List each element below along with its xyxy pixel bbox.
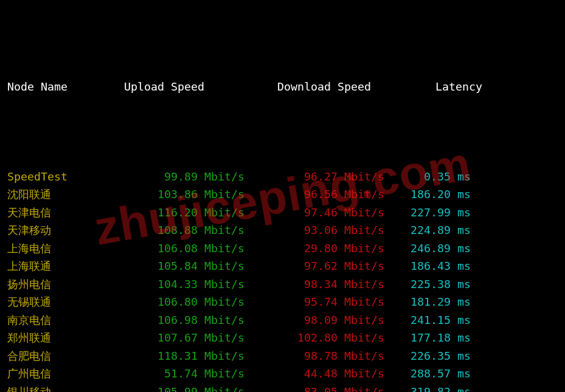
download-speed: 83.05 Mbit/s [251,383,390,393]
node-name: 沈阳联通 [7,185,111,204]
latency-value: 319.82 ms [390,383,558,393]
upload-speed: 108.88 Mbit/s [111,221,251,239]
speed-row: 上海联通 105.84 Mbit/s 97.62 Mbit/s 186.43 m… [7,257,558,275]
node-name: 合肥电信 [7,347,111,365]
speed-row: 郑州联通 107.67 Mbit/s 102.80 Mbit/s 177.18 … [7,329,558,347]
speed-row: 扬州电信 104.33 Mbit/s 98.34 Mbit/s 225.38 m… [7,275,558,294]
node-name: SpeedTest [7,168,111,186]
header-latency: Latency [417,78,558,96]
upload-speed: 51.74 Mbit/s [111,365,251,383]
upload-speed: 103.86 Mbit/s [111,185,251,204]
upload-speed: 116.20 Mbit/s [111,204,251,222]
latency-value: 226.35 ms [390,347,558,365]
download-speed: 96.56 Mbit/s [251,185,390,204]
node-name: 天津移动 [7,221,111,239]
download-speed: 29.80 Mbit/s [251,239,390,258]
download-speed: 95.74 Mbit/s [251,293,390,311]
node-name: 广州电信 [7,365,111,383]
node-name: 上海电信 [7,239,111,258]
upload-speed: 106.98 Mbit/s [111,311,251,329]
upload-speed: 106.08 Mbit/s [111,239,251,258]
node-name: 南京电信 [7,311,111,329]
node-name: 银川移动 [7,383,111,393]
upload-speed: 107.67 Mbit/s [111,329,251,347]
latency-value: 181.29 ms [390,293,558,311]
header-download: Download Speed [264,78,417,96]
speed-row: SpeedTest 99.89 Mbit/s 96.27 Mbit/s 0.35… [7,168,558,186]
download-speed: 44.48 Mbit/s [251,365,390,383]
terminal-output: Node Name Upload Speed Download Speed La… [0,0,565,392]
download-speed: 102.80 Mbit/s [251,329,390,347]
speed-row: 合肥电信 118.31 Mbit/s 98.78 Mbit/s 226.35 m… [7,347,558,365]
upload-speed: 118.31 Mbit/s [111,347,251,365]
latency-value: 246.89 ms [390,239,558,258]
node-name: 天津电信 [7,204,111,222]
upload-speed: 99.89 Mbit/s [111,168,251,186]
upload-speed: 105.99 Mbit/s [111,383,251,393]
speed-row: 上海电信 106.08 Mbit/s 29.80 Mbit/s 246.89 m… [7,239,558,258]
speed-row: 广州电信 51.74 Mbit/s 44.48 Mbit/s 288.57 ms [7,365,558,383]
latency-value: 0.35 ms [390,168,558,186]
speed-row: 天津移动 108.88 Mbit/s 93.06 Mbit/s 224.89 m… [7,221,558,239]
download-speed: 97.46 Mbit/s [251,204,390,222]
latency-value: 225.38 ms [390,275,558,294]
header-upload: Upload Speed [111,78,264,96]
latency-value: 177.18 ms [390,329,558,347]
latency-value: 224.89 ms [390,221,558,239]
upload-speed: 106.80 Mbit/s [111,293,251,311]
upload-speed: 104.33 Mbit/s [111,275,251,294]
speed-row: 无锡联通 106.80 Mbit/s 95.74 Mbit/s 181.29 m… [7,293,558,311]
latency-value: 288.57 ms [390,365,558,383]
node-name: 扬州电信 [7,275,111,294]
download-speed: 98.09 Mbit/s [251,311,390,329]
header-node: Node Name [7,78,111,96]
latency-value: 241.15 ms [390,311,558,329]
speed-row: 天津电信 116.20 Mbit/s 97.46 Mbit/s 227.99 m… [7,204,558,222]
node-name: 郑州联通 [7,329,111,347]
speed-row: 沈阳联通 103.86 Mbit/s 96.56 Mbit/s 186.20 m… [7,185,558,204]
latency-value: 227.99 ms [390,204,558,222]
download-speed: 97.62 Mbit/s [251,257,390,275]
download-speed: 98.78 Mbit/s [251,347,390,365]
header-row: Node Name Upload Speed Download Speed La… [7,78,558,96]
node-name: 上海联通 [7,257,111,275]
speed-row: 银川移动 105.99 Mbit/s 83.05 Mbit/s 319.82 m… [7,383,558,393]
upload-speed: 105.84 Mbit/s [111,257,251,275]
latency-value: 186.20 ms [390,185,558,204]
latency-value: 186.43 ms [390,257,558,275]
download-speed: 96.27 Mbit/s [251,168,390,186]
speed-row: 南京电信 106.98 Mbit/s 98.09 Mbit/s 241.15 m… [7,311,558,329]
node-name: 无锡联通 [7,293,111,311]
download-speed: 93.06 Mbit/s [251,221,390,239]
download-speed: 98.34 Mbit/s [251,275,390,294]
